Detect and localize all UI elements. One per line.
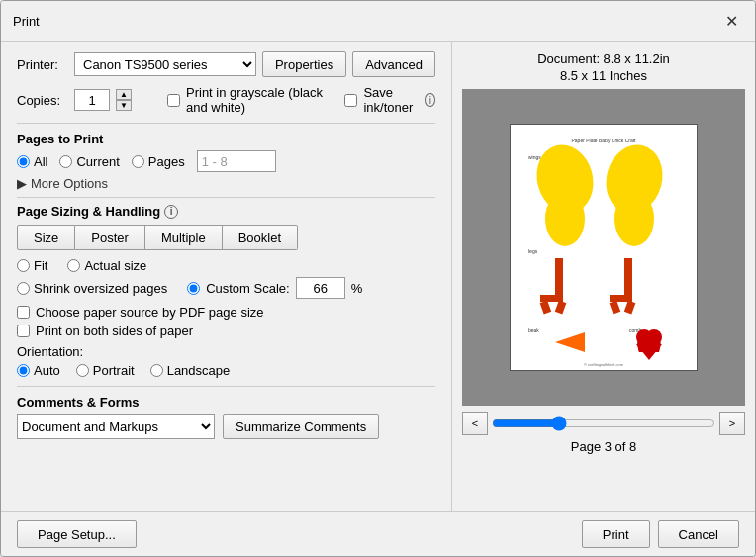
both-sides-checkbox[interactable] xyxy=(17,325,30,337)
copies-input[interactable] xyxy=(74,89,110,111)
shrink-radio-item: Shrink oversized pages xyxy=(17,281,167,296)
choose-paper-label: Choose paper source by PDF page size xyxy=(36,305,264,320)
fit-label: Fit xyxy=(34,258,47,273)
content-area: Printer: Canon TS9500 series Properties … xyxy=(1,42,755,511)
comments-select[interactable]: Document and MarkupsDocumentForm Fields … xyxy=(17,414,215,439)
all-label: All xyxy=(34,154,47,169)
doc-info: Document: 8.8 x 11.2in xyxy=(537,51,670,66)
page-setup-button[interactable]: Page Setup... xyxy=(17,520,137,548)
page-slider[interactable] xyxy=(492,416,715,431)
shrink-label: Shrink oversized pages xyxy=(34,281,167,296)
svg-rect-8 xyxy=(555,258,563,298)
save-ink-label: Save ink/toner xyxy=(363,85,419,115)
summarize-button[interactable]: Summarize Comments xyxy=(223,414,379,439)
next-page-button[interactable]: > xyxy=(719,412,745,435)
copies-label: Copies: xyxy=(17,93,68,108)
tab-size[interactable]: Size xyxy=(17,225,75,250)
save-ink-row: Save ink/toner i xyxy=(344,85,435,115)
tab-booklet[interactable]: Booklet xyxy=(223,225,298,250)
left-panel: Printer: Canon TS9500 series Properties … xyxy=(1,42,451,511)
sizing-title-text: Page Sizing & Handling xyxy=(17,204,160,219)
pages-row: All Current Pages xyxy=(17,150,435,172)
shrink-custom-row: Shrink oversized pages Custom Scale: % xyxy=(17,277,435,299)
sizing-info-icon: i xyxy=(164,205,178,219)
svg-text:wings: wings xyxy=(528,154,541,160)
all-radio[interactable] xyxy=(17,155,30,168)
copies-down-button[interactable]: ▼ xyxy=(116,100,132,111)
preview-page: Paper Plate Baby Chick Craft wings xyxy=(510,124,698,371)
advanced-button[interactable]: Advanced xyxy=(352,51,435,77)
tab-poster[interactable]: Poster xyxy=(75,225,145,250)
page-label: Page 3 of 8 xyxy=(571,439,637,454)
custom-scale-label: Custom Scale: xyxy=(206,281,290,296)
custom-scale-radio[interactable] xyxy=(187,282,200,295)
actual-size-radio[interactable] xyxy=(67,259,80,272)
choose-paper-checkbox[interactable] xyxy=(17,306,30,319)
choose-paper-item: Choose paper source by PDF page size xyxy=(17,305,435,320)
comments-title: Comments & Forms xyxy=(17,395,435,410)
copies-up-button[interactable]: ▲ xyxy=(116,89,132,100)
slider-container xyxy=(492,416,715,431)
both-sides-item: Print on both sides of paper xyxy=(17,324,435,338)
auto-radio-item: Auto xyxy=(17,363,60,378)
landscape-radio-item: Landscape xyxy=(150,363,231,378)
portrait-label: Portrait xyxy=(93,363,135,378)
sizing-tabs: Size Poster Multiple Booklet xyxy=(17,225,435,250)
shrink-radio[interactable] xyxy=(17,282,30,295)
current-radio-item: Current xyxy=(59,154,119,169)
checkbox-section: Choose paper source by PDF page size Pri… xyxy=(17,305,435,338)
portrait-radio[interactable] xyxy=(76,364,89,377)
grayscale-label: Print in grayscale (black and white) xyxy=(186,85,331,115)
properties-button[interactable]: Properties xyxy=(262,51,346,77)
chevron-right-icon: ▶ xyxy=(17,176,27,191)
landscape-radio[interactable] xyxy=(150,364,163,377)
svg-rect-12 xyxy=(624,258,632,298)
svg-text:legs: legs xyxy=(528,248,538,254)
prev-page-button[interactable]: < xyxy=(462,412,488,435)
scale-input[interactable] xyxy=(296,277,345,299)
auto-radio[interactable] xyxy=(17,364,30,377)
orientation-section: Orientation: Auto Portrait Landscape xyxy=(17,344,435,378)
landscape-label: Landscape xyxy=(167,363,231,378)
actual-size-label: Actual size xyxy=(84,258,146,273)
percent-label: % xyxy=(351,281,363,296)
pages-radio-item: Pages xyxy=(132,154,185,169)
svg-point-6 xyxy=(614,191,654,246)
auto-label: Auto xyxy=(34,363,60,378)
preview-image: Paper Plate Baby Chick Craft wings xyxy=(511,125,697,370)
more-options-toggle[interactable]: ▶ More Options xyxy=(17,176,435,191)
actual-size-radio-item: Actual size xyxy=(67,258,146,273)
pages-label: Pages xyxy=(148,154,185,169)
pages-radio[interactable] xyxy=(132,155,144,168)
grayscale-checkbox[interactable] xyxy=(167,94,180,107)
title-bar: Print ✕ xyxy=(1,1,755,42)
pages-range-input[interactable] xyxy=(197,150,276,172)
fit-actual-row: Fit Actual size xyxy=(17,258,435,273)
tab-multiple[interactable]: Multiple xyxy=(145,225,223,250)
fit-radio[interactable] xyxy=(17,259,30,272)
printer-row: Printer: Canon TS9500 series Properties … xyxy=(17,51,435,77)
svg-text:beak: beak xyxy=(528,327,539,333)
save-ink-checkbox[interactable] xyxy=(344,94,357,107)
pages-section-title: Pages to Print xyxy=(17,132,435,146)
orientation-radios: Auto Portrait Landscape xyxy=(17,363,435,378)
copies-spinner: ▲ ▼ xyxy=(116,89,132,111)
cancel-button[interactable]: Cancel xyxy=(658,520,739,548)
print-dialog: Print ✕ Printer: Canon TS9500 series Pro… xyxy=(0,0,756,557)
all-radio-item: All xyxy=(17,154,47,169)
more-options-label: More Options xyxy=(31,176,108,191)
bottom-bar: Page Setup... Print Cancel xyxy=(1,511,755,556)
printer-label: Printer: xyxy=(17,57,68,72)
save-ink-info-icon: i xyxy=(425,93,435,107)
dialog-title: Print xyxy=(13,14,40,29)
sizing-title: Page Sizing & Handling i xyxy=(17,204,435,219)
svg-point-20 xyxy=(646,329,662,345)
custom-scale-row: Custom Scale: % xyxy=(187,277,362,299)
svg-point-5 xyxy=(545,191,585,246)
print-button[interactable]: Print xyxy=(582,520,650,548)
svg-text:Paper Plate Baby Chick Craft: Paper Plate Baby Chick Craft xyxy=(571,138,636,143)
current-radio[interactable] xyxy=(59,155,72,168)
printer-select[interactable]: Canon TS9500 series xyxy=(74,52,256,76)
right-panel: Document: 8.8 x 11.2in 8.5 x 11 Inches P… xyxy=(451,42,755,511)
close-button[interactable]: ✕ xyxy=(719,9,743,33)
